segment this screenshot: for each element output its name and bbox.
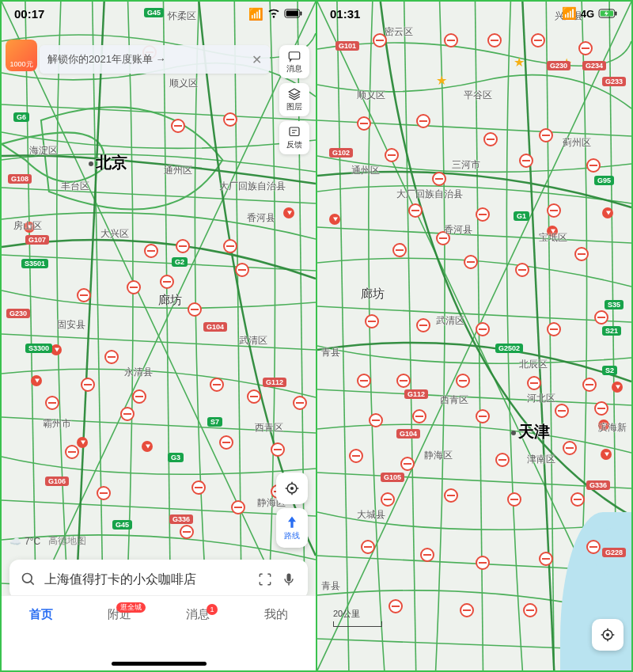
road-closed-icon[interactable] <box>392 243 407 257</box>
road-closed-icon[interactable] <box>507 492 521 507</box>
alert-icon[interactable] <box>601 449 612 460</box>
district-label[interactable]: 津南区 <box>527 453 555 466</box>
district-label[interactable]: 滨海新 <box>598 421 627 435</box>
alert-icon[interactable] <box>612 382 623 393</box>
road-closed-icon[interactable] <box>132 389 146 404</box>
road-closed-icon[interactable] <box>460 603 474 617</box>
district-label[interactable]: 永清县 <box>124 366 153 379</box>
road-closed-icon[interactable] <box>547 203 561 218</box>
road-closed-icon[interactable] <box>223 112 237 127</box>
district-label[interactable]: 海淀区 <box>29 144 58 158</box>
road-closed-icon[interactable] <box>361 540 375 554</box>
road-closed-icon[interactable] <box>396 374 411 388</box>
district-label[interactable]: 霸州市 <box>43 417 71 431</box>
road-closed-icon[interactable] <box>219 435 233 450</box>
road-closed-icon[interactable] <box>104 350 119 364</box>
road-closed-icon[interactable] <box>120 407 135 421</box>
alert-icon[interactable] <box>51 344 62 355</box>
alert-icon[interactable] <box>142 441 153 452</box>
district-label[interactable]: 三河市 <box>452 158 480 172</box>
road-closed-icon[interactable] <box>476 556 490 570</box>
side-btn-layers[interactable]: 图层 <box>279 83 309 116</box>
road-closed-icon[interactable] <box>456 374 470 388</box>
search-bar[interactable]: 上海值得打卡的小众咖啡店 <box>9 560 308 599</box>
road-closed-icon[interactable] <box>271 442 285 457</box>
road-closed-icon[interactable] <box>235 263 249 277</box>
road-closed-icon[interactable] <box>476 409 490 423</box>
map-canvas-right[interactable]: 天津 廊坊 ★ ★ ★ 密云区兴隆县顺义区平谷区蓟州区通州区三河市大厂回族自治县… <box>317 2 631 670</box>
road-closed-icon[interactable] <box>180 525 194 539</box>
locate-button-right[interactable] <box>592 619 624 651</box>
district-label[interactable]: 通州区 <box>351 164 380 177</box>
road-closed-icon[interactable] <box>539 128 553 142</box>
road-closed-icon[interactable] <box>77 288 91 302</box>
district-label[interactable]: 青县 <box>321 346 340 359</box>
tab-nearby[interactable]: 附近逛全城 <box>108 607 131 622</box>
road-closed-icon[interactable] <box>144 244 158 258</box>
city-label-tianjin[interactable]: 天津 <box>511 421 550 442</box>
road-closed-icon[interactable] <box>464 255 478 269</box>
promo-icon[interactable]: 1000元 <box>6 40 37 71</box>
scan-icon[interactable] <box>257 571 273 587</box>
road-closed-icon[interactable] <box>65 445 79 459</box>
road-closed-icon[interactable] <box>247 389 261 404</box>
road-closed-icon[interactable] <box>81 378 95 392</box>
road-closed-icon[interactable] <box>176 239 190 253</box>
side-btn-feedback[interactable]: 反馈 <box>279 121 309 154</box>
district-label[interactable]: 宝坻区 <box>539 231 567 245</box>
road-closed-icon[interactable] <box>519 154 533 168</box>
road-closed-icon[interactable] <box>357 374 371 388</box>
district-label[interactable]: 北辰区 <box>519 358 548 371</box>
city-label-beijing[interactable]: 北京 <box>89 152 127 173</box>
road-closed-icon[interactable] <box>389 599 403 613</box>
road-closed-icon[interactable] <box>523 603 537 617</box>
poi-star[interactable]: ★ <box>514 55 525 70</box>
road-closed-icon[interactable] <box>555 404 569 418</box>
road-closed-icon[interactable] <box>223 239 237 253</box>
road-closed-icon[interactable] <box>365 314 379 328</box>
city-label-langfang[interactable]: 廊坊 <box>158 293 182 308</box>
road-closed-icon[interactable] <box>369 413 383 427</box>
road-closed-icon[interactable] <box>527 376 541 390</box>
road-closed-icon[interactable] <box>357 116 371 131</box>
district-label[interactable]: 大兴区 <box>100 227 129 241</box>
road-closed-icon[interactable] <box>594 310 608 325</box>
district-label[interactable]: 大厂回族自治县 <box>396 188 463 201</box>
district-label[interactable]: 密云区 <box>385 25 413 39</box>
road-closed-icon[interactable] <box>547 322 561 336</box>
alert-icon[interactable] <box>283 207 294 218</box>
road-closed-icon[interactable] <box>412 409 426 423</box>
district-label[interactable]: 平谷区 <box>464 89 492 102</box>
road-closed-icon[interactable] <box>444 488 458 503</box>
alert-icon[interactable] <box>602 207 613 218</box>
promo-banner[interactable]: 解锁你的2021年度账单 → ✕ <box>40 45 270 74</box>
road-closed-icon[interactable] <box>381 492 395 507</box>
alert-icon[interactable] <box>329 214 340 225</box>
district-label[interactable]: 通州区 <box>164 164 192 177</box>
district-label[interactable]: 香河县 <box>247 211 275 225</box>
close-icon[interactable]: ✕ <box>252 52 262 67</box>
road-closed-icon[interactable] <box>531 33 545 47</box>
road-closed-icon[interactable] <box>416 114 430 128</box>
tab-mine[interactable]: 我的 <box>264 607 288 622</box>
district-label[interactable]: 武清区 <box>239 334 267 347</box>
road-closed-icon[interactable] <box>171 119 185 133</box>
tab-home[interactable]: 首页 <box>29 607 53 622</box>
road-closed-icon[interactable] <box>400 457 415 471</box>
district-label[interactable]: 西青区 <box>440 393 468 407</box>
road-closed-icon[interactable] <box>594 401 608 416</box>
district-label[interactable]: 丰台区 <box>61 180 89 193</box>
road-closed-icon[interactable] <box>582 378 597 392</box>
road-closed-icon[interactable] <box>586 158 601 173</box>
road-closed-icon[interactable] <box>349 449 363 463</box>
road-closed-icon[interactable] <box>97 486 111 500</box>
road-closed-icon[interactable] <box>563 441 577 455</box>
tab-messages[interactable]: 消息1 <box>186 607 210 622</box>
locate-button-left[interactable] <box>276 473 308 504</box>
poi-star[interactable]: ★ <box>436 73 447 88</box>
road-closed-icon[interactable] <box>210 378 224 392</box>
district-label[interactable]: 青县 <box>321 579 340 593</box>
road-closed-icon[interactable] <box>483 132 498 146</box>
road-closed-icon[interactable] <box>476 322 490 336</box>
road-closed-icon[interactable] <box>408 203 423 218</box>
